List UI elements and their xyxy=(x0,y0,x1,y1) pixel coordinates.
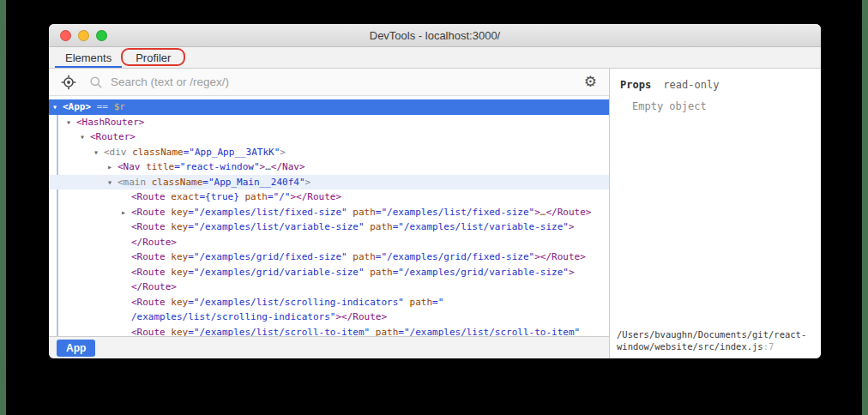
tree-text-segment: ="/examples/list/scroll-to-item" xyxy=(188,327,376,337)
tree-row[interactable]: ▾<main className="App_Main__240f4"> xyxy=(49,175,609,190)
tree-text-segment: path xyxy=(353,207,376,218)
tree-collapse-icon[interactable]: ▾ xyxy=(66,115,76,130)
search-icon xyxy=(89,75,103,89)
tree-text-segment: <Router> xyxy=(90,131,136,142)
tree-collapse-icon[interactable]: ▾ xyxy=(93,145,104,160)
tree-text-segment: <Route xyxy=(131,267,171,278)
tree-text-segment: <Route xyxy=(131,221,171,232)
tree-row[interactable]: </Route> xyxy=(49,235,609,250)
tree-text-segment: ="/examples/grid/variable-size" xyxy=(393,267,569,278)
tree-text-segment: ="/examples/list/scroll-to-item" xyxy=(398,327,580,337)
props-title: Props xyxy=(620,79,651,91)
tree-text-segment: <Route xyxy=(131,207,171,218)
tree-row[interactable]: ▾<div className="App_App__3ATkK"> xyxy=(49,145,609,160)
breadcrumb-bar: App xyxy=(49,336,609,358)
zoom-button[interactable] xyxy=(96,30,107,41)
minimize-button[interactable] xyxy=(78,30,89,41)
breadcrumb-item-app[interactable]: App xyxy=(57,340,95,357)
tree-text-segment: ="/examples/grid/variable-size" xyxy=(188,267,370,278)
tree-text-segment: > xyxy=(534,207,540,218)
traffic-lights xyxy=(60,30,107,41)
tab-label: Elements xyxy=(65,51,112,64)
tree-row[interactable]: <Route key="/examples/grid/variable-size… xyxy=(49,265,609,280)
tree-text-segment: key xyxy=(171,221,188,232)
elements-pane: ⚙ ▾<App> == $r▾<HashRouter>▾<Router>▾<di… xyxy=(49,69,610,358)
tree-text-segment: className xyxy=(132,147,184,158)
tree-text-segment: == xyxy=(91,101,114,112)
background-edge-strip-right xyxy=(862,0,868,415)
background-edge-strip-left xyxy=(0,0,6,415)
source-path: /Users/bvaughn/Documents/git/react-windo… xyxy=(617,329,806,352)
tree-text-segment: className xyxy=(152,177,203,188)
tree-text-segment: > xyxy=(280,147,286,158)
tab-profiler[interactable]: Profiler xyxy=(124,47,183,68)
tree-text-segment: <HashRouter> xyxy=(76,117,144,128)
tree-row[interactable]: </Route> xyxy=(49,280,609,295)
tree-expand-icon[interactable]: ▸ xyxy=(107,159,118,175)
tree-text-segment: ="/examples/list/variable-size" xyxy=(188,221,370,232)
tree-text-segment: path xyxy=(244,191,268,202)
tree-row[interactable]: ▾<Router> xyxy=(49,129,609,145)
tree-text-segment: path xyxy=(353,251,376,262)
tree-row[interactable]: ▸<Route key="/examples/list/fixed-size" … xyxy=(49,205,609,220)
tree-text-segment: <div xyxy=(104,147,132,158)
search-input[interactable] xyxy=(111,75,576,88)
props-panel: Props read-only Empty object /Users/bvau… xyxy=(610,69,821,358)
tree-row[interactable]: <Route key="/examples/list/scroll-to-ite… xyxy=(49,325,609,337)
source-line-number: :7 xyxy=(763,341,775,352)
tree-text-segment: ="/examples/grid/fixed-size" xyxy=(188,251,353,262)
tree-text-segment: path xyxy=(370,221,393,232)
devtools-window: DevTools - localhost:3000/ ElementsProfi… xyxy=(49,24,821,358)
tree-text-segment: … xyxy=(265,161,271,172)
tree-text-segment: path xyxy=(410,297,433,308)
tree-row[interactable]: ▾<HashRouter> xyxy=(49,115,609,130)
tab-elements[interactable]: Elements xyxy=(53,47,124,68)
tree-text-segment: > xyxy=(305,177,311,188)
tree-text-segment: ="/" xyxy=(268,191,291,202)
tree-text-segment: <Nav xyxy=(118,161,146,172)
source-location: /Users/bvaughn/Documents/git/react-windo… xyxy=(617,328,811,352)
tree-collapse-icon[interactable]: ▾ xyxy=(52,99,63,115)
tree-text-segment: ="/examples/grid/fixed-size" xyxy=(376,251,534,262)
tree-row[interactable]: <Route key="/examples/list/variable-size… xyxy=(49,220,609,235)
tree-text-segment: title xyxy=(146,161,174,172)
tree-text-segment: </Route> xyxy=(131,237,177,248)
tree-text-segment: $r xyxy=(114,101,125,112)
tree-text-segment: ="/examples/list/fixed-size" xyxy=(376,207,534,218)
tree-text-segment: ="/examples/list/fixed-size" xyxy=(188,207,353,218)
tree-row[interactable]: ▾<App> == $r xyxy=(49,99,609,115)
tree-row[interactable]: <Route key="/examples/grid/fixed-size" p… xyxy=(49,250,609,265)
tree-text-segment: </Route> xyxy=(546,207,591,218)
tree-row[interactable]: ▸<Nav title="react-window">…</Nav> xyxy=(49,159,609,175)
tree-collapse-icon[interactable]: ▾ xyxy=(80,129,90,145)
tree-text-segment: > xyxy=(569,267,575,278)
close-button[interactable] xyxy=(60,30,71,41)
titlebar: DevTools - localhost:3000/ xyxy=(49,24,821,47)
tree-text-segment: </Route> xyxy=(131,281,177,292)
tree-row[interactable]: <Route exact={true} path="/"></Route> xyxy=(49,189,609,205)
tree-text-segment: ></Route> xyxy=(290,191,341,202)
tree-collapse-icon[interactable]: ▾ xyxy=(107,175,118,190)
tree-text-segment: key xyxy=(171,207,188,218)
tree-text-segment: ={true} xyxy=(199,191,244,202)
tree-text-segment: ="/examples/list/scrolling-indicators" xyxy=(188,297,409,308)
window-title: DevTools - localhost:3000/ xyxy=(49,29,821,42)
tree-text-segment: key xyxy=(171,251,188,262)
tree-text-segment: exact xyxy=(171,191,199,202)
component-tree[interactable]: ▾<App> == $r▾<HashRouter>▾<Router>▾<div … xyxy=(49,96,609,336)
tree-row[interactable]: <Route key="/examples/list/scrolling-ind… xyxy=(49,295,609,310)
tree-text-segment: =" xyxy=(432,297,443,308)
tree-text-segment: <Route xyxy=(131,327,171,337)
tree-text-segment: /examples/list/scrolling-indicators" xyxy=(131,311,335,322)
inspect-element-icon[interactable] xyxy=(61,75,76,90)
tree-expand-icon[interactable]: ▸ xyxy=(121,205,131,220)
tree-text-segment: path xyxy=(376,327,399,337)
tree-text-segment: path xyxy=(370,267,393,278)
tab-label: Profiler xyxy=(136,51,171,64)
props-header: Props read-only xyxy=(610,69,821,91)
main-content: ⚙ ▾<App> == $r▾<HashRouter>▾<Router>▾<di… xyxy=(49,69,821,358)
tree-text-segment: <Route xyxy=(131,297,171,308)
settings-gear-icon[interactable]: ⚙ xyxy=(584,75,597,89)
tree-text-segment: </Nav> xyxy=(271,161,305,172)
tree-row[interactable]: /examples/list/scrolling-indicators"></R… xyxy=(49,310,609,325)
